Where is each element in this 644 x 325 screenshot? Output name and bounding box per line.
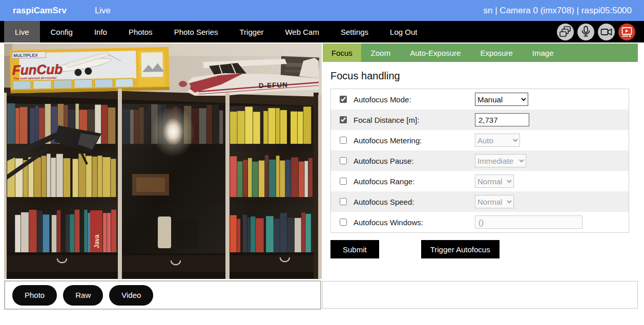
autofocus-mode-checkbox[interactable] [340,96,347,103]
main-nav: Live Config Info Photos Photo Series Tri… [0,21,644,42]
copies-icon[interactable] [557,24,574,40]
nav-item-log-out[interactable]: Log Out [379,21,428,42]
autofocus-speed-checkbox[interactable] [340,198,347,205]
raw-button[interactable]: Raw [63,285,103,306]
autofocus-pause-checkbox[interactable] [340,157,347,164]
video-camera-icon[interactable] [598,24,615,40]
row-autofocus-speed: Autofocus Speed: Normal [331,191,629,212]
nav-item-trigger[interactable]: Trigger [229,21,275,42]
nav-item-settings[interactable]: Settings [330,21,379,42]
raspicamsrv-app: raspiCamSrv Live sn | Camera 0 (imx708) … [0,0,644,325]
autofocus-range-checkbox[interactable] [340,178,347,185]
panel-title: Focus handling [330,70,638,82]
nav-icon-group [557,21,635,42]
control-tabs: Focus Zoom Auto-Exposure Exposure Image [323,44,638,62]
autofocus-range-label: Autofocus Range: [354,177,475,186]
capture-actions-box: Photo Raw Video [4,280,321,310]
nav-item-live[interactable]: Live [4,21,40,42]
row-autofocus-windows: Autofocus Windows: [331,212,629,232]
nav-item-photos[interactable]: Photos [118,21,163,42]
focal-distance-checkbox[interactable] [340,116,347,123]
autofocus-metering-checkbox[interactable] [340,137,347,144]
autofocus-mode-label: Autofocus Mode: [354,95,475,104]
row-autofocus-pause: Autofocus Pause: Immediate [331,150,629,171]
autofocus-metering-select[interactable]: Auto [475,134,520,147]
autofocus-speed-select[interactable]: Normal [475,195,514,208]
nav-item-info[interactable]: Info [84,21,118,42]
app-brand[interactable]: raspiCamSrv [13,6,67,16]
submit-button[interactable]: Submit [330,240,379,258]
page-title: Live [95,6,111,16]
tab-zoom[interactable]: Zoom [361,44,400,62]
autofocus-speed-label: Autofocus Speed: [354,198,475,206]
stream-icon[interactable] [618,24,635,40]
row-focal-distance: Focal Distance [m]: [331,110,629,130]
row-autofocus-metering: Autofocus Metering: Auto [331,130,629,150]
autofocus-metering-label: Autofocus Metering: [354,136,475,145]
row-autofocus-mode: Autofocus Mode: Manual [331,89,629,110]
autofocus-range-select[interactable]: Normal [475,175,514,188]
row-autofocus-range: Autofocus Range: Normal [331,171,629,191]
nav-item-config[interactable]: Config [40,21,84,42]
video-button[interactable]: Video [109,285,153,306]
autofocus-windows-input[interactable] [475,215,583,229]
autofocus-windows-checkbox[interactable] [340,219,347,226]
nav-item-photo-series[interactable]: Photo Series [163,21,229,42]
camera-control-panel: Focus Zoom Auto-Exposure Exposure Image … [323,44,638,258]
autofocus-mode-select[interactable]: Manual [475,93,528,106]
focus-form-table: Autofocus Mode: Manual Focal Distance [m… [330,89,629,233]
trigger-autofocus-button[interactable]: Trigger Autofocus [421,240,500,258]
camera-status: sn | Camera 0 (imx708) | raspi05:5000 [484,6,632,16]
autofocus-pause-select[interactable]: Immediate [475,154,526,167]
message-area [322,281,638,309]
photo-button[interactable]: Photo [12,285,57,306]
microphone-icon[interactable] [577,24,594,40]
top-header: raspiCamSrv Live sn | Camera 0 (imx708) … [0,0,644,21]
nav-item-web-cam[interactable]: Web Cam [274,21,329,42]
tab-focus[interactable]: Focus [323,44,361,62]
form-buttons: Submit Trigger Autofocus [330,240,638,258]
camera-preview-image: MULTIPLEX FunCub The multi-talented all-… [4,44,322,279]
focal-distance-label: Focal Distance [m]: [354,116,475,124]
autofocus-pause-label: Autofocus Pause: [354,157,475,165]
tab-exposure[interactable]: Exposure [470,44,522,62]
tab-auto-exposure[interactable]: Auto-Exposure [400,44,470,62]
focal-distance-input[interactable] [475,113,529,126]
autofocus-windows-label: Autofocus Windows: [354,218,475,227]
tab-image[interactable]: Image [523,44,564,62]
